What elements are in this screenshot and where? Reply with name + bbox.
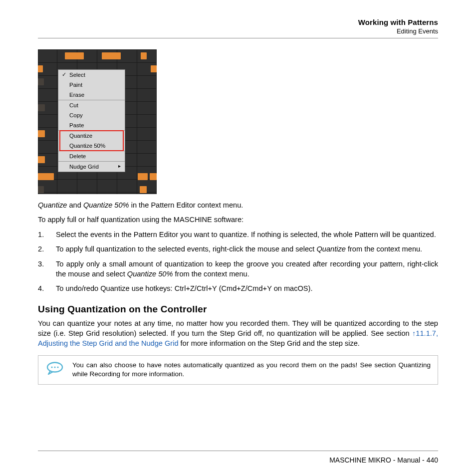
figure-caption: Quantize and Quantize 50% in the Pattern… [38,201,438,209]
menu-item-delete[interactable]: Delete [58,151,125,161]
page-header: Working with Patterns Editing Events [38,18,438,35]
footer-rule [38,451,438,451]
menu-item-cut[interactable]: Cut [58,100,125,110]
steps-list: Select the events in the Pattern Editor … [38,230,438,294]
caption-quantize50: Quantize 50% [83,201,129,209]
header-title: Working with Patterns [38,18,438,26]
svg-point-3 [57,367,58,368]
footer-text: MASCHINE MIKRO - Manual - 440 [38,456,438,464]
caption-quantize: Quantize [38,201,67,209]
context-menu: Select Paint Erase Cut Copy Paste Quanti… [58,69,125,172]
menu-item-nudge-grid[interactable]: Nudge Grid [58,162,125,172]
speech-bubble-icon [46,362,64,377]
menu-item-quantize[interactable]: Quantize [58,131,125,141]
step-2: To apply full quantization to the select… [38,244,438,254]
subheading: Using Quantization on the Controller [38,304,438,315]
menu-item-quantize-50[interactable]: Quantize 50% [58,141,125,151]
menu-item-erase[interactable]: Erase [58,90,125,100]
menu-item-select[interactable]: Select [58,70,125,80]
menu-item-paste[interactable]: Paste [58,120,125,130]
menu-item-copy[interactable]: Copy [58,110,125,120]
intro-text: To apply full or half quantization using… [38,215,438,225]
header-subtitle: Editing Events [38,27,438,35]
menu-item-paint[interactable]: Paint [58,80,125,90]
note-text: You can also choose to have notes automa… [72,361,431,378]
pattern-editor-screenshot: Select Paint Erase Cut Copy Paste Quanti… [38,49,157,194]
step-3: To apply only a small amount of quantiza… [38,259,438,279]
svg-point-1 [51,367,52,368]
quantize-controller-para: You can quantize your notes at any time,… [38,319,438,348]
svg-point-2 [54,367,55,368]
header-rule [38,38,438,38]
note-box: You can also choose to have notes automa… [38,355,438,384]
page-footer: MASCHINE MIKRO - Manual - 440 [38,451,438,464]
step-4: To undo/redo Quantize use hotkeys: Ctrl+… [38,284,438,294]
step-1: Select the events in the Pattern Editor … [38,230,438,240]
